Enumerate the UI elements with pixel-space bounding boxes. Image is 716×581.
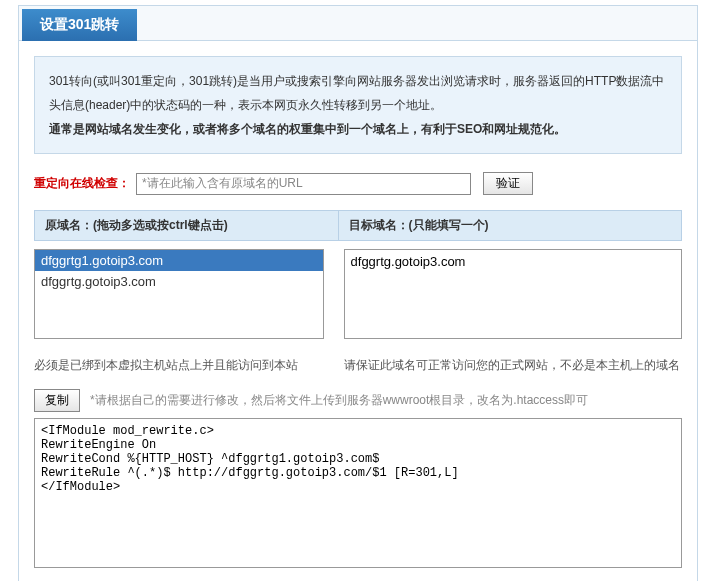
redirect-check-input[interactable] — [136, 173, 471, 195]
target-domain-header: 目标域名：(只能填写一个) — [339, 211, 681, 240]
tab-title: 设置301跳转 — [22, 9, 137, 41]
source-domain-item[interactable]: dfggrtg1.gotoip3.com — [35, 250, 323, 271]
tab-header: 设置301跳转 — [18, 5, 698, 41]
content-box: 301转向(或叫301重定向，301跳转)是当用户或搜索引擎向网站服务器发出浏览… — [18, 41, 698, 581]
verify-button[interactable]: 验证 — [483, 172, 533, 195]
copy-row: 复制 *请根据自己的需要进行修改，然后将文件上传到服务器wwwroot根目录，改… — [34, 389, 682, 412]
redirect-check-row: 重定向在线检查： 验证 — [34, 172, 682, 195]
columns-body: dfggrtg1.gotoip3.comdfggrtg.gotoip3.com — [34, 249, 682, 342]
copy-button[interactable]: 复制 — [34, 389, 80, 412]
intro-box: 301转向(或叫301重定向，301跳转)是当用户或搜索引擎向网站服务器发出浏览… — [34, 56, 682, 154]
copy-note: *请根据自己的需要进行修改，然后将文件上传到服务器wwwroot根目录，改名为.… — [90, 392, 588, 409]
target-note: 请保证此域名可正常访问您的正式网站，不必是本主机上的域名 — [339, 357, 682, 374]
intro-line2: 通常是网站域名发生变化，或者将多个域名的权重集中到一个域名上，有利于SEO和网址… — [49, 117, 667, 141]
target-domain-input[interactable] — [344, 249, 682, 339]
columns-header: 原域名：(拖动多选或按ctrl键点击) 目标域名：(只能填写一个) — [34, 210, 682, 241]
source-domain-header: 原域名：(拖动多选或按ctrl键点击) — [35, 211, 339, 240]
intro-line1: 301转向(或叫301重定向，301跳转)是当用户或搜索引擎向网站服务器发出浏览… — [49, 69, 667, 117]
target-column — [339, 249, 682, 342]
redirect-check-label: 重定向在线检查： — [34, 175, 130, 192]
source-domain-item[interactable]: dfggrtg.gotoip3.com — [35, 271, 323, 292]
source-column: dfggrtg1.gotoip3.comdfggrtg.gotoip3.com — [34, 249, 339, 342]
columns-notes: 必须是已绑到本虚拟主机站点上并且能访问到本站 请保证此域名可正常访问您的正式网站… — [34, 357, 682, 374]
htaccess-code-area[interactable] — [34, 418, 682, 568]
source-note: 必须是已绑到本虚拟主机站点上并且能访问到本站 — [34, 357, 339, 374]
source-domain-list[interactable]: dfggrtg1.gotoip3.comdfggrtg.gotoip3.com — [34, 249, 324, 339]
